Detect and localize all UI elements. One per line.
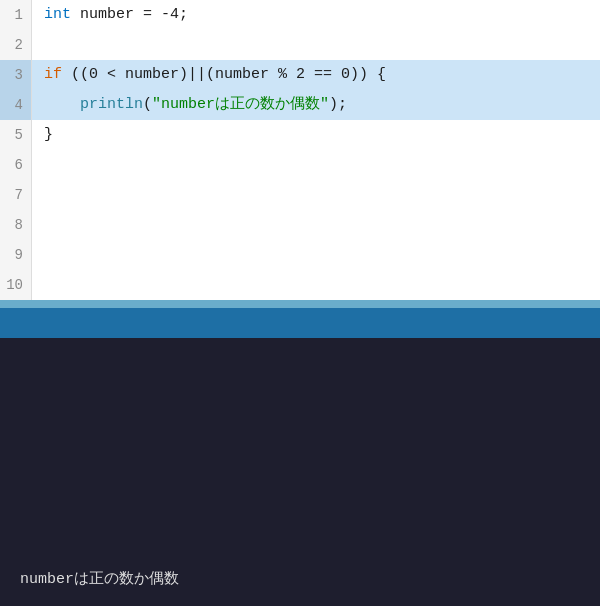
- code-line: 9: [0, 240, 600, 270]
- code-editor: 1int number = -4;23if ((0 < number)||(nu…: [0, 0, 600, 308]
- line-number: 2: [0, 30, 32, 60]
- code-line: 10: [0, 270, 600, 300]
- console-content: numberは正の数か偶数: [0, 338, 600, 606]
- code-content[interactable]: println("numberは正の数か偶数");: [32, 90, 347, 120]
- line-number: 1: [0, 0, 32, 30]
- line-number: 9: [0, 240, 32, 270]
- token-normal: number = -4;: [71, 6, 188, 23]
- token-normal: [44, 96, 80, 113]
- code-content[interactable]: [32, 30, 44, 60]
- token-kw-green: println: [80, 96, 143, 113]
- code-line: 7: [0, 180, 600, 210]
- token-str-green: "numberは正の数か偶数": [152, 96, 329, 113]
- code-content[interactable]: if ((0 < number)||(number % 2 == 0)) {: [32, 60, 386, 90]
- token-normal: }: [44, 126, 53, 143]
- code-line: 1int number = -4;: [0, 0, 600, 30]
- code-content[interactable]: [32, 180, 44, 210]
- console-area: numberは正の数か偶数: [0, 338, 600, 606]
- code-content[interactable]: int number = -4;: [32, 0, 188, 30]
- token-kw-orange: if: [44, 66, 62, 83]
- code-line: 8: [0, 210, 600, 240]
- line-number: 6: [0, 150, 32, 180]
- divider-bar: [0, 308, 600, 338]
- code-content[interactable]: [32, 150, 44, 180]
- token-normal: ((0 < number)||(number % 2 == 0)) {: [62, 66, 386, 83]
- code-content[interactable]: }: [32, 120, 53, 150]
- token-normal: );: [329, 96, 347, 113]
- line-number: 5: [0, 120, 32, 150]
- main-container: 1int number = -4;23if ((0 < number)||(nu…: [0, 0, 600, 606]
- code-lines: 1int number = -4;23if ((0 < number)||(nu…: [0, 0, 600, 300]
- editor-scrollbar[interactable]: [0, 300, 600, 308]
- console-output: numberは正の数か偶数: [20, 569, 179, 590]
- line-number: 4: [0, 90, 32, 120]
- code-content[interactable]: [32, 210, 44, 240]
- code-line: 3if ((0 < number)||(number % 2 == 0)) {: [0, 60, 600, 90]
- code-line: 5}: [0, 120, 600, 150]
- code-line: 2: [0, 30, 600, 60]
- line-number: 10: [0, 270, 32, 300]
- code-line: 6: [0, 150, 600, 180]
- line-number: 3: [0, 60, 32, 90]
- token-kw-blue: int: [44, 6, 71, 23]
- line-number: 7: [0, 180, 32, 210]
- code-content[interactable]: [32, 240, 44, 270]
- token-normal: (: [143, 96, 152, 113]
- line-number: 8: [0, 210, 32, 240]
- code-content[interactable]: [32, 270, 44, 300]
- code-line: 4 println("numberは正の数か偶数");: [0, 90, 600, 120]
